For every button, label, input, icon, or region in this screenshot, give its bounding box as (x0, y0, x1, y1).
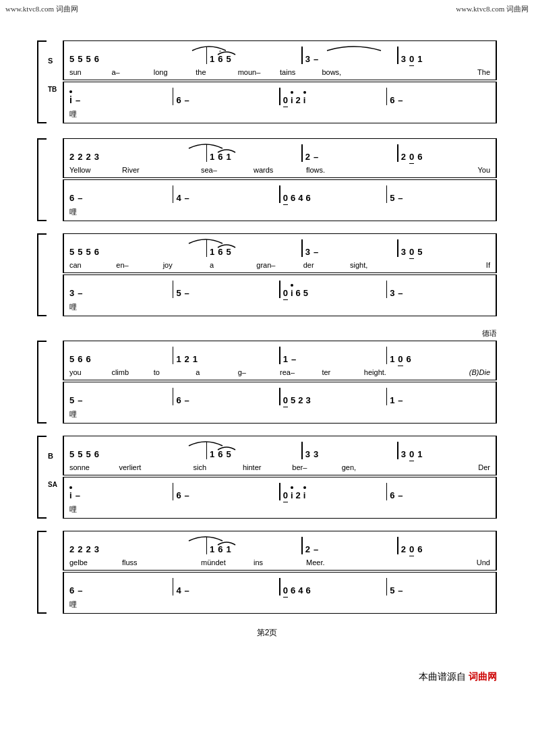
note: 5 (69, 54, 74, 64)
staff-notes-b3: 3 – 5 – 0 (64, 275, 496, 301)
page-number-text: 第2页 (257, 628, 278, 637)
lyric-word: sun (69, 68, 111, 76)
section-4: 德语 5 6 6 (37, 328, 497, 424)
note: 6 (94, 54, 99, 64)
bottom-credits: 本曲谱源自 词曲网 (0, 666, 534, 689)
staff-label-SA: SA (48, 477, 63, 519)
lyric-s3: can en– joy a gran– der sight, If (64, 260, 496, 272)
lyric-word: long (154, 68, 196, 76)
de-label: 德语 (37, 328, 497, 339)
note: 5 (86, 54, 90, 64)
note-dash: – (314, 54, 318, 64)
section-6: 2 2 2 3 1 6 (37, 531, 497, 614)
svg-point-1 (291, 91, 293, 94)
note: 0 (283, 95, 288, 105)
staff-notes-b5: i – 6 – 0 (64, 477, 496, 503)
note-dash: – (398, 95, 403, 105)
staff-notes-s4: 5 6 6 1 2 1 1 (64, 341, 496, 367)
lyric-word: The (406, 68, 490, 76)
lyric-word-li: 哩 (69, 110, 77, 118)
staff-notes-b4: 5 – 6 – 0 5 2 (64, 382, 496, 408)
lyric-word: bows, (322, 68, 406, 76)
footer-site: 词曲网 (469, 671, 497, 683)
lyric-row-2: 哩 (64, 108, 496, 123)
staff-label-TB: TB (48, 82, 63, 123)
svg-point-5 (291, 486, 293, 489)
section-3: 5 5 5 6 1 6 (37, 233, 497, 316)
note: 3 (305, 54, 310, 64)
note: 5 (78, 54, 82, 64)
note-dash: – (185, 95, 189, 105)
staff-notes-row-s3: 5 5 5 6 1 6 (64, 234, 496, 260)
lyric-word: moun– (238, 68, 280, 76)
page-number: 第2页 (37, 627, 497, 639)
watermark-right: www.ktvc8.com 词曲网 (456, 4, 529, 14)
section-2: 2 2 2 3 1 6 (37, 138, 497, 221)
staff-notes-s5: 5 5 5 6 1 6 (64, 436, 496, 462)
dot-svg3 (303, 90, 307, 94)
note: 1 (210, 54, 214, 64)
staff-notes-b6: 6 – 4 – 0 6 4 (64, 573, 496, 598)
note: i (291, 95, 293, 105)
lyric-word: the (196, 68, 237, 76)
staff-notes-row-b2: 6 – 4 – 0 6 4 (64, 180, 496, 206)
note: 2 (296, 95, 301, 105)
lyric-row-1: sun a– long the moun– tains bows, The (64, 67, 496, 80)
note: 5 (226, 54, 231, 64)
footer-credit-text: 本曲谱源自 (419, 671, 466, 683)
dot-svg2 (290, 90, 294, 94)
note: 0 (409, 54, 414, 64)
lyric-b5: 哩 (64, 503, 496, 518)
section-5: B 5 5 5 6 (37, 436, 497, 519)
watermark-left: www.ktvc8.com 词曲网 (5, 4, 78, 14)
staff-label-S: S (48, 40, 63, 80)
lyric-s5: sonne verliert sich hinter ber– gen, Der (64, 462, 496, 475)
staff-label-B: B (48, 436, 63, 475)
lyric-row-s2: Yellow River sea– wards flows. You (64, 165, 496, 177)
staff-notes-row-2: i – 6 – 0 (64, 82, 496, 108)
slur-arc-1 (64, 41, 496, 55)
note: i (303, 95, 306, 105)
lyric-word: a– (111, 68, 153, 76)
staff-notes-row-s2: 2 2 2 3 1 6 (64, 139, 496, 165)
note: 6 (176, 95, 181, 105)
staff-notes-row-1: 5 5 5 6 1 6 5 (64, 41, 496, 67)
lyric-s4: you climb to a g– rea– ter height. (B)Di… (64, 367, 496, 380)
svg-point-3 (291, 284, 293, 287)
svg-point-2 (303, 91, 306, 94)
lyric-b2: 哩 (64, 206, 496, 221)
lyric-word: tains (280, 68, 322, 76)
svg-point-6 (303, 486, 306, 489)
note: 1 (417, 54, 422, 64)
lyric-b6: 哩 (64, 598, 496, 613)
note-arc: 6 (218, 54, 222, 64)
note: 6 (390, 95, 394, 105)
svg-point-0 (69, 90, 72, 93)
lyric-b4: 哩 (64, 408, 496, 423)
dot-svg (69, 90, 73, 94)
staff-notes-s6: 2 2 2 3 1 6 (64, 531, 496, 557)
lyric-s6: gelbe fluss mündet ins Meer. Und (64, 557, 496, 570)
lyric-b3: 哩 (64, 301, 496, 316)
slur-arc-2 (64, 139, 496, 152)
svg-point-4 (69, 486, 72, 489)
note: 3 (401, 54, 406, 64)
note-dash: – (76, 95, 80, 105)
section-1: S 5 5 5 6 (37, 40, 497, 123)
